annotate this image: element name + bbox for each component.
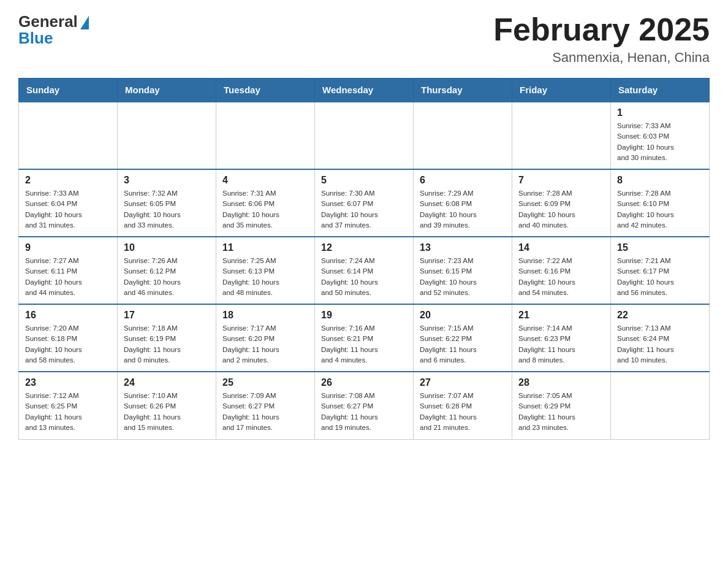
calendar-cell <box>414 102 512 169</box>
calendar-cell: 20Sunrise: 7:15 AMSunset: 6:22 PMDayligh… <box>414 304 512 372</box>
calendar-cell: 3Sunrise: 7:32 AMSunset: 6:05 PMDaylight… <box>118 169 216 237</box>
calendar-week-row: 23Sunrise: 7:12 AMSunset: 6:25 PMDayligh… <box>19 372 710 439</box>
calendar-cell: 7Sunrise: 7:28 AMSunset: 6:09 PMDaylight… <box>512 169 611 237</box>
day-info: Sunrise: 7:24 AMSunset: 6:14 PMDaylight:… <box>321 256 407 298</box>
day-info: Sunrise: 7:18 AMSunset: 6:19 PMDaylight:… <box>124 323 210 366</box>
day-number: 28 <box>518 377 604 388</box>
day-of-week-header: Thursday <box>414 79 512 102</box>
calendar-cell: 9Sunrise: 7:27 AMSunset: 6:11 PMDaylight… <box>19 237 118 304</box>
day-number: 16 <box>25 310 111 321</box>
calendar-cell: 28Sunrise: 7:05 AMSunset: 6:29 PMDayligh… <box>512 372 611 439</box>
day-number: 9 <box>25 242 111 253</box>
day-number: 3 <box>124 175 210 186</box>
calendar-week-row: 2Sunrise: 7:33 AMSunset: 6:04 PMDaylight… <box>19 169 710 237</box>
calendar-cell: 17Sunrise: 7:18 AMSunset: 6:19 PMDayligh… <box>118 304 216 372</box>
calendar-cell: 26Sunrise: 7:08 AMSunset: 6:27 PMDayligh… <box>315 372 414 439</box>
day-of-week-header: Wednesday <box>315 79 414 102</box>
day-of-week-header: Sunday <box>19 79 118 102</box>
day-number: 15 <box>617 242 703 253</box>
day-of-week-header: Friday <box>512 79 611 102</box>
day-number: 6 <box>420 175 506 186</box>
day-number: 10 <box>124 242 210 253</box>
calendar-header-row: SundayMondayTuesdayWednesdayThursdayFrid… <box>19 79 710 102</box>
day-of-week-header: Tuesday <box>216 79 315 102</box>
day-info: Sunrise: 7:28 AMSunset: 6:09 PMDaylight:… <box>518 188 604 231</box>
calendar-cell: 4Sunrise: 7:31 AMSunset: 6:06 PMDaylight… <box>216 169 315 237</box>
day-info: Sunrise: 7:23 AMSunset: 6:15 PMDaylight:… <box>420 256 506 298</box>
logo-blue: Blue <box>18 29 53 48</box>
day-info: Sunrise: 7:16 AMSunset: 6:21 PMDaylight:… <box>321 323 407 366</box>
day-info: Sunrise: 7:33 AMSunset: 6:03 PMDaylight:… <box>617 121 703 163</box>
day-number: 22 <box>617 310 703 321</box>
calendar-cell <box>118 102 216 169</box>
calendar-week-row: 9Sunrise: 7:27 AMSunset: 6:11 PMDaylight… <box>19 237 710 304</box>
calendar-cell: 14Sunrise: 7:22 AMSunset: 6:16 PMDayligh… <box>512 237 611 304</box>
calendar-cell: 24Sunrise: 7:10 AMSunset: 6:26 PMDayligh… <box>118 372 216 439</box>
day-info: Sunrise: 7:17 AMSunset: 6:20 PMDaylight:… <box>222 323 308 366</box>
day-info: Sunrise: 7:08 AMSunset: 6:27 PMDaylight:… <box>321 391 407 433</box>
logo: General Blue <box>18 12 89 48</box>
calendar-table: SundayMondayTuesdayWednesdayThursdayFrid… <box>18 78 710 440</box>
calendar-cell <box>512 102 611 169</box>
day-info: Sunrise: 7:26 AMSunset: 6:12 PMDaylight:… <box>124 256 210 298</box>
calendar-cell <box>315 102 414 169</box>
day-info: Sunrise: 7:15 AMSunset: 6:22 PMDaylight:… <box>420 323 506 366</box>
day-info: Sunrise: 7:27 AMSunset: 6:11 PMDaylight:… <box>25 256 111 298</box>
day-info: Sunrise: 7:32 AMSunset: 6:05 PMDaylight:… <box>124 188 210 231</box>
day-number: 19 <box>321 310 407 321</box>
day-number: 18 <box>222 310 308 321</box>
day-number: 20 <box>420 310 506 321</box>
day-info: Sunrise: 7:22 AMSunset: 6:16 PMDaylight:… <box>518 256 604 298</box>
day-info: Sunrise: 7:10 AMSunset: 6:26 PMDaylight:… <box>124 391 210 433</box>
day-info: Sunrise: 7:20 AMSunset: 6:18 PMDaylight:… <box>25 323 111 366</box>
calendar-cell: 15Sunrise: 7:21 AMSunset: 6:17 PMDayligh… <box>611 237 710 304</box>
day-info: Sunrise: 7:31 AMSunset: 6:06 PMDaylight:… <box>222 188 308 231</box>
day-number: 11 <box>222 242 308 253</box>
calendar-cell: 6Sunrise: 7:29 AMSunset: 6:08 PMDaylight… <box>414 169 512 237</box>
logo-triangle-icon <box>80 16 89 29</box>
day-info: Sunrise: 7:13 AMSunset: 6:24 PMDaylight:… <box>617 323 703 366</box>
day-info: Sunrise: 7:07 AMSunset: 6:28 PMDaylight:… <box>420 391 506 433</box>
calendar-cell: 1Sunrise: 7:33 AMSunset: 6:03 PMDaylight… <box>611 102 710 169</box>
day-info: Sunrise: 7:33 AMSunset: 6:04 PMDaylight:… <box>25 188 111 231</box>
calendar-cell: 23Sunrise: 7:12 AMSunset: 6:25 PMDayligh… <box>19 372 118 439</box>
calendar-cell <box>216 102 315 169</box>
day-info: Sunrise: 7:12 AMSunset: 6:25 PMDaylight:… <box>25 391 111 433</box>
day-info: Sunrise: 7:25 AMSunset: 6:13 PMDaylight:… <box>222 256 308 298</box>
location: Sanmenxia, Henan, China <box>493 50 710 66</box>
day-number: 21 <box>518 310 604 321</box>
day-number: 14 <box>518 242 604 253</box>
day-info: Sunrise: 7:28 AMSunset: 6:10 PMDaylight:… <box>617 188 703 231</box>
page-header: General Blue February 2025 Sanmenxia, He… <box>18 12 710 66</box>
calendar-cell: 8Sunrise: 7:28 AMSunset: 6:10 PMDaylight… <box>611 169 710 237</box>
calendar-cell: 19Sunrise: 7:16 AMSunset: 6:21 PMDayligh… <box>315 304 414 372</box>
calendar-week-row: 1Sunrise: 7:33 AMSunset: 6:03 PMDaylight… <box>19 102 710 169</box>
title-section: February 2025 Sanmenxia, Henan, China <box>493 12 710 66</box>
calendar-cell: 2Sunrise: 7:33 AMSunset: 6:04 PMDaylight… <box>19 169 118 237</box>
day-number: 17 <box>124 310 210 321</box>
day-number: 23 <box>25 377 111 388</box>
calendar-cell: 27Sunrise: 7:07 AMSunset: 6:28 PMDayligh… <box>414 372 512 439</box>
calendar-cell <box>611 372 710 439</box>
calendar-cell: 12Sunrise: 7:24 AMSunset: 6:14 PMDayligh… <box>315 237 414 304</box>
calendar-cell: 11Sunrise: 7:25 AMSunset: 6:13 PMDayligh… <box>216 237 315 304</box>
day-number: 1 <box>617 107 703 118</box>
calendar-cell: 25Sunrise: 7:09 AMSunset: 6:27 PMDayligh… <box>216 372 315 439</box>
calendar-cell: 18Sunrise: 7:17 AMSunset: 6:20 PMDayligh… <box>216 304 315 372</box>
day-info: Sunrise: 7:09 AMSunset: 6:27 PMDaylight:… <box>222 391 308 433</box>
calendar-cell: 22Sunrise: 7:13 AMSunset: 6:24 PMDayligh… <box>611 304 710 372</box>
calendar-cell: 13Sunrise: 7:23 AMSunset: 6:15 PMDayligh… <box>414 237 512 304</box>
calendar-cell: 16Sunrise: 7:20 AMSunset: 6:18 PMDayligh… <box>19 304 118 372</box>
day-number: 4 <box>222 175 308 186</box>
day-number: 2 <box>25 175 111 186</box>
day-number: 13 <box>420 242 506 253</box>
day-number: 5 <box>321 175 407 186</box>
day-info: Sunrise: 7:21 AMSunset: 6:17 PMDaylight:… <box>617 256 703 298</box>
day-number: 7 <box>518 175 604 186</box>
calendar-cell: 10Sunrise: 7:26 AMSunset: 6:12 PMDayligh… <box>118 237 216 304</box>
day-number: 25 <box>222 377 308 388</box>
calendar-cell: 5Sunrise: 7:30 AMSunset: 6:07 PMDaylight… <box>315 169 414 237</box>
month-title: February 2025 <box>493 12 710 47</box>
calendar-week-row: 16Sunrise: 7:20 AMSunset: 6:18 PMDayligh… <box>19 304 710 372</box>
day-number: 26 <box>321 377 407 388</box>
